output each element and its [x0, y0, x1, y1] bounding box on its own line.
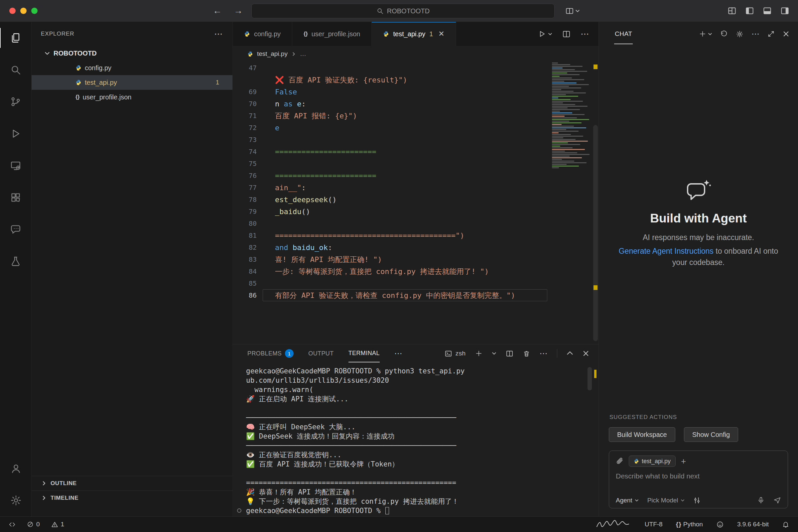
tab-user_profile.json[interactable]: { }user_profile.json: [292, 22, 372, 46]
status-scribble[interactable]: [595, 519, 631, 529]
chat-history-icon[interactable]: [720, 30, 728, 38]
activity-run-debug-icon[interactable]: [0, 118, 32, 150]
attach-icon[interactable]: [616, 457, 624, 465]
agent-mode-dropdown[interactable]: Agent: [616, 497, 639, 504]
close-tab-icon[interactable]: ✕: [438, 30, 444, 38]
tools-icon[interactable]: [693, 497, 701, 504]
activity-chat-icon[interactable]: [0, 213, 32, 245]
tree-root-robotootd[interactable]: ROBOTOOTD: [32, 46, 232, 60]
chevron-down-icon[interactable]: [492, 351, 496, 356]
editor-more-icon[interactable]: ⋯: [581, 29, 589, 39]
file-row-config.py[interactable]: config.py: [32, 60, 232, 75]
activity-settings-icon[interactable]: [0, 484, 32, 516]
code-line-84[interactable]: 84一步: 等树莓派到货，直接把 config.py 拷进去就能用了! "): [233, 265, 547, 277]
code-line-71[interactable]: 71百度 API 报错: {e}"): [233, 110, 547, 122]
new-chat-button[interactable]: [699, 30, 712, 38]
tab-test_api.py[interactable]: test_api.py1✕: [372, 22, 456, 46]
chat-tab[interactable]: CHAT: [614, 24, 633, 44]
file-row-user_profile.json[interactable]: { }user_profile.json: [32, 90, 232, 104]
zoom-window-button[interactable]: [31, 8, 38, 14]
terminal-more-icon[interactable]: ⋯: [540, 349, 548, 358]
tab-config.py[interactable]: config.py: [233, 22, 292, 46]
command-decoration[interactable]: [237, 508, 241, 513]
terminal-scrollbar[interactable]: [588, 367, 592, 391]
send-icon[interactable]: [773, 496, 781, 504]
code-line-81[interactable]: 81======================================…: [233, 229, 547, 241]
code-line-78[interactable]: 78est_deepseek(): [233, 193, 547, 206]
minimize-window-button[interactable]: [20, 8, 26, 14]
notifications-bell-icon[interactable]: [782, 521, 790, 528]
add-context-icon[interactable]: +: [681, 456, 686, 467]
errors-status[interactable]: 0: [27, 521, 40, 528]
split-terminal-icon[interactable]: [506, 350, 513, 358]
minimap[interactable]: [549, 62, 592, 344]
generate-agent-instructions-link[interactable]: Generate Agent Instructions: [619, 247, 714, 255]
close-chat-icon[interactable]: [783, 31, 790, 37]
activity-extensions-icon[interactable]: [0, 182, 32, 213]
remote-indicator[interactable]: [8, 521, 16, 528]
tab-terminal[interactable]: TERMINAL: [348, 344, 380, 362]
explorer-more-icon[interactable]: ⋯: [214, 29, 223, 39]
build-workspace-button[interactable]: Build Workspace: [609, 427, 675, 442]
chat-settings-icon[interactable]: [736, 30, 743, 38]
maximize-panel-icon[interactable]: [567, 350, 573, 357]
close-panel-icon[interactable]: [583, 350, 589, 357]
new-terminal-icon[interactable]: [475, 350, 482, 357]
code-line-85[interactable]: 85: [233, 277, 547, 289]
command-center-search[interactable]: ROBOTOOTD: [251, 4, 555, 18]
panel-tabs-more-icon[interactable]: ⋯: [394, 349, 402, 358]
breadcrumb[interactable]: test_api.py …: [233, 46, 598, 62]
activity-account-icon[interactable]: [0, 453, 32, 484]
chat-input-box[interactable]: test_api.py + Describe what to build nex…: [609, 451, 788, 508]
code-line-80[interactable]: 80: [233, 217, 547, 229]
code-line-clipped[interactable]: ❌ 百度 API 验证失败: {result}"): [233, 74, 547, 86]
code-line-75[interactable]: 75: [233, 158, 547, 170]
file-row-test_api.py[interactable]: test_api.py1: [32, 75, 232, 90]
code-line-74[interactable]: 74=======================: [233, 146, 547, 158]
kill-terminal-icon[interactable]: [523, 350, 530, 358]
show-config-button[interactable]: Show Config: [684, 427, 738, 442]
code-line-70[interactable]: 70n as e:: [233, 98, 547, 110]
pick-model-dropdown[interactable]: Pick Model: [647, 497, 685, 504]
toggle-primary-sidebar-icon[interactable]: [745, 6, 754, 15]
language-mode-status[interactable]: { } Python: [676, 521, 703, 528]
close-window-button[interactable]: [9, 8, 16, 14]
activity-remote-explorer-icon[interactable]: [0, 150, 32, 182]
code-line-72[interactable]: 72e: [233, 122, 547, 134]
code-line-73[interactable]: 73: [233, 134, 547, 146]
code-line-77[interactable]: 77ain__":: [233, 182, 547, 193]
timeline-section[interactable]: TIMELINE: [32, 491, 232, 505]
run-python-file-button[interactable]: [538, 30, 552, 38]
chat-input-placeholder[interactable]: Describe what to build next: [616, 472, 781, 480]
code-line-83[interactable]: 83喜! 所有 API 均配置正确! "): [233, 253, 547, 265]
encoding-status[interactable]: UTF-8: [645, 521, 663, 528]
toggle-panel-icon[interactable]: [763, 6, 772, 15]
code-line-86[interactable]: 86有部分 API 验证失败，请检查 config.py 中的密钥是否复制完整。…: [233, 289, 547, 301]
outline-section[interactable]: OUTLINE: [32, 476, 232, 491]
code-line-82[interactable]: 82and baidu_ok:: [233, 241, 547, 253]
expand-chat-icon[interactable]: [767, 30, 775, 38]
editor-scrollbar[interactable]: [592, 62, 598, 344]
chat-more-icon[interactable]: ⋯: [752, 29, 759, 39]
toggle-secondary-sidebar-icon[interactable]: [780, 6, 790, 15]
back-icon[interactable]: ←: [213, 6, 222, 16]
forward-icon[interactable]: →: [234, 6, 243, 16]
code-line-76[interactable]: 76=======================: [233, 170, 547, 182]
code-line-47[interactable]: 47: [233, 62, 547, 74]
python-interpreter-status[interactable]: 3.9.6 64-bit: [737, 521, 769, 528]
tab-problems[interactable]: PROBLEMS 1: [247, 344, 293, 362]
activity-search-icon[interactable]: [0, 54, 32, 86]
code-editor[interactable]: 47 ❌ 百度 API 验证失败: {result}")69False70n a…: [233, 62, 598, 344]
activity-testing-icon[interactable]: [0, 245, 32, 277]
code-line-79[interactable]: 79_baidu(): [233, 206, 547, 217]
copilot-icon[interactable]: [716, 521, 724, 528]
terminal-output[interactable]: geekcao@GeekCaodeMBP ROBOTOOTD % python3…: [233, 362, 598, 516]
activity-source-control-icon[interactable]: [0, 86, 32, 118]
tab-output[interactable]: OUTPUT: [308, 344, 334, 362]
shell-selector[interactable]: zsh: [444, 350, 466, 358]
warnings-status[interactable]: 1: [51, 521, 64, 528]
context-chip-test-api[interactable]: test_api.py: [629, 456, 676, 467]
activity-explorer-icon[interactable]: [0, 22, 32, 54]
code-line-69[interactable]: 69False: [233, 86, 547, 98]
voice-input-icon[interactable]: [757, 496, 765, 504]
